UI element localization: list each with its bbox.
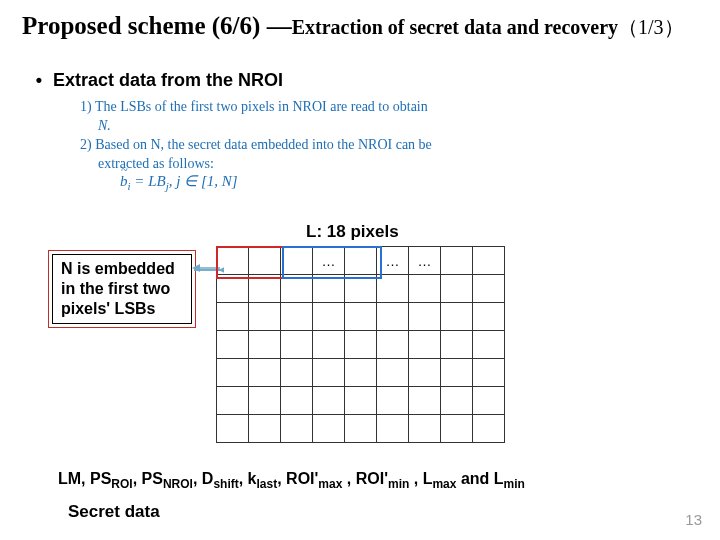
grid-dots-2: …: [377, 247, 409, 275]
title-main: Proposed scheme (6/6) —: [22, 12, 292, 39]
l-label: L: 18 pixels: [306, 222, 399, 242]
extracted-params: LM, PSROI, PSNROI, Dshift, klast, ROI'ma…: [58, 470, 525, 491]
step-2-line-b: extracted as follows:: [80, 155, 500, 174]
n-box-text: N is embedded in the first two pixels' L…: [52, 254, 192, 324]
grid-dots-1: …: [313, 247, 345, 275]
step-1-line-b: N.: [80, 117, 500, 136]
page-number: 13: [685, 511, 702, 528]
bullet-text: Extract data from the NROI: [53, 70, 283, 90]
bullet-extract: • Extract data from the NROI: [30, 70, 283, 91]
title-frac: （1/3）: [618, 16, 684, 38]
pixel-grid: … … …: [216, 246, 505, 443]
step-1-line-a: 1) The LSBs of the first two pixels in N…: [80, 98, 500, 117]
step-2-line-a: 2) Based on N, the secret data embedded …: [80, 136, 500, 155]
bullet-icon: •: [30, 70, 48, 91]
slide-title: Proposed scheme (6/6) —Extraction of sec…: [22, 12, 710, 41]
equation: bi = LBj, j ∈ [1, N]: [120, 172, 238, 192]
title-sub: Extraction of secret data and recovery: [292, 16, 618, 38]
secret-data-label: Secret data: [68, 502, 160, 522]
grid-dots-3: …: [409, 247, 441, 275]
steps-block: 1) The LSBs of the first two pixels in N…: [80, 98, 500, 174]
n-box-outer: N is embedded in the first two pixels' L…: [48, 250, 196, 328]
